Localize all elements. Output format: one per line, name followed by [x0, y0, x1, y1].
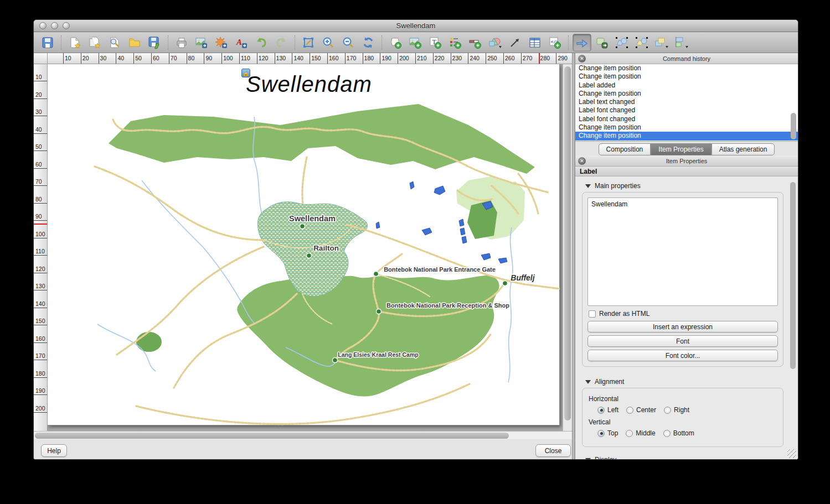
add-arrow-button[interactable]	[506, 34, 524, 51]
h-ruler-label: 10	[65, 55, 71, 61]
zoom-in-button[interactable]	[319, 34, 338, 51]
new-composition-button[interactable]	[65, 34, 84, 51]
add-label-button[interactable]: T	[426, 34, 445, 51]
canvas-viewport[interactable]: SwellendamRailtonBontebok National Park …	[48, 64, 572, 431]
canvas-horizontal-scrollbar[interactable]	[34, 431, 572, 439]
h-ruler-label: 60	[153, 55, 159, 61]
properties-scrollbar[interactable]	[790, 179, 797, 456]
v-ruler-tick	[34, 150, 47, 151]
composition-page[interactable]: SwellendamRailtonBontebok National Park …	[48, 64, 560, 425]
save-as-template-button[interactable]	[145, 34, 164, 51]
window-controls	[39, 22, 70, 29]
radio-vertical-bottom[interactable]: Bottom	[663, 429, 694, 437]
close-item-properties-icon[interactable]: ✕	[578, 157, 586, 165]
radio-button[interactable]	[597, 407, 605, 414]
export-as-pdf-button[interactable]: A	[232, 34, 251, 51]
radio-button[interactable]	[664, 407, 671, 414]
help-button[interactable]: Help	[41, 444, 67, 457]
radio-horizontal-center[interactable]: Center	[626, 406, 656, 414]
align-selected-items-button[interactable]	[672, 34, 691, 51]
load-from-template-button[interactable]	[125, 34, 144, 51]
add-basic-shape-button[interactable]	[486, 34, 504, 51]
radio-horizontal-right[interactable]: Right	[664, 406, 689, 414]
composer-window: Swellendam A T </>	[33, 19, 798, 460]
font-button[interactable]: Font	[587, 335, 778, 347]
export-as-image-button[interactable]	[192, 34, 211, 51]
v-ruler-tick	[34, 98, 47, 99]
radio-vertical-top[interactable]: Top	[597, 429, 618, 437]
refresh-view-button[interactable]	[359, 34, 378, 51]
redo-button[interactable]	[272, 34, 291, 51]
h-ruler-label: 200	[399, 55, 409, 61]
select-move-item-button[interactable]	[573, 34, 591, 51]
page-title-label-item[interactable]: Swellendam	[246, 72, 372, 97]
radio-horizontal-left[interactable]: Left	[597, 406, 618, 414]
move-item-content-icon	[595, 36, 609, 49]
zoom-out-button[interactable]	[339, 34, 358, 51]
command-history-item[interactable]: Change item position	[575, 72, 798, 81]
tab-composition[interactable]: Composition	[599, 143, 651, 155]
raise-selected-items-icon	[654, 36, 669, 49]
tab-item-properties[interactable]: Item Properties	[651, 143, 711, 155]
add-attribute-table-button[interactable]	[525, 34, 544, 51]
ungroup-items-button[interactable]	[632, 34, 651, 51]
add-html-frame-button[interactable]: </>	[545, 34, 564, 51]
command-history-item[interactable]: Label added	[575, 81, 798, 90]
close-button[interactable]: Close	[535, 444, 571, 457]
add-new-map-button[interactable]	[386, 34, 405, 51]
add-scalebar-button[interactable]	[466, 34, 484, 51]
radio-button[interactable]	[626, 407, 633, 414]
h-ruler-tick	[398, 53, 398, 64]
map-item[interactable]: SwellendamRailtonBontebok National Park …	[48, 64, 560, 425]
h-ruler-label: 130	[276, 55, 286, 61]
composition-manager-button[interactable]	[105, 34, 124, 51]
h-ruler-label: 220	[435, 55, 445, 61]
radio-button[interactable]	[597, 430, 605, 437]
zoom-full-button[interactable]	[299, 34, 318, 51]
duplicate-composition-button[interactable]	[85, 34, 104, 51]
zoom-window-button[interactable]	[63, 22, 70, 29]
command-history-item[interactable]: Change item position	[575, 90, 798, 98]
right-panel: ✕ Command history Change item positionCh…	[575, 53, 798, 459]
save-project-icon	[41, 36, 54, 49]
raise-selected-items-button[interactable]	[652, 34, 671, 51]
command-history-item[interactable]: Label font changed	[575, 115, 798, 123]
minimize-window-button[interactable]	[51, 22, 58, 29]
command-history-item[interactable]: Change item position	[575, 123, 798, 132]
canvas-vertical-scrollbar[interactable]	[563, 64, 572, 431]
h-ruler-tick	[221, 53, 222, 64]
title-bar[interactable]: Swellendam	[34, 20, 798, 32]
alignment-section-header[interactable]: Alignment	[585, 378, 798, 386]
add-new-legend-button[interactable]	[446, 34, 465, 51]
h-ruler-tick	[451, 53, 451, 64]
radio-button[interactable]	[663, 430, 671, 437]
undo-button[interactable]	[252, 34, 271, 51]
command-history-item[interactable]: Label font changed	[575, 106, 798, 115]
h-ruler-tick	[204, 53, 204, 64]
toolbar-separator	[168, 35, 168, 50]
close-window-button[interactable]	[39, 22, 47, 29]
save-project-button[interactable]	[38, 34, 57, 51]
radio-button[interactable]	[626, 430, 633, 437]
h-ruler-tick	[363, 53, 363, 64]
font-color-button[interactable]: Font color...	[587, 350, 778, 361]
add-image-button[interactable]	[406, 34, 425, 51]
label-text-input[interactable]: Swellendam	[587, 198, 778, 306]
resize-grip[interactable]	[787, 449, 796, 458]
render-as-html-checkbox[interactable]	[589, 310, 596, 318]
print-button[interactable]	[172, 34, 191, 51]
main-properties-section-header[interactable]: Main properties	[585, 182, 798, 190]
insert-expression-button[interactable]: Insert an expression	[587, 321, 778, 332]
close-command-history-icon[interactable]: ✕	[578, 55, 586, 63]
group-items-button[interactable]	[612, 34, 631, 51]
command-history-item[interactable]: Label text changed	[575, 98, 798, 106]
radio-vertical-middle[interactable]: Middle	[626, 429, 655, 437]
tab-atlas-generation[interactable]: Atlas generation	[712, 143, 775, 155]
move-item-content-button[interactable]	[592, 34, 611, 51]
command-history-list[interactable]: Change item positionChange item position…	[575, 64, 798, 142]
display-section-header[interactable]: Display	[585, 456, 798, 459]
export-as-svg-button[interactable]	[212, 34, 231, 51]
command-history-item[interactable]: Change item position	[575, 64, 798, 72]
history-scrollbar[interactable]	[790, 64, 797, 141]
command-history-item[interactable]: Change item position	[575, 132, 798, 140]
